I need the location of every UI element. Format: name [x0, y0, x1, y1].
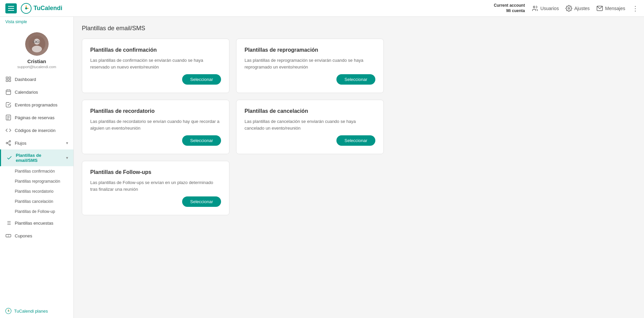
btn-seleccionar-cancelacion[interactable]: Seleccionar [336, 135, 375, 146]
vista-simple[interactable]: Vista simple [0, 17, 73, 27]
usuarios-icon [532, 5, 538, 12]
btn-seleccionar-recordatorio[interactable]: Seleccionar [182, 135, 221, 146]
gear-icon [566, 5, 572, 12]
sidebar-item-cupones[interactable]: Cupones [0, 229, 73, 242]
layout: Vista simple Cristian supp [0, 17, 644, 318]
card-followups: Plantillas de Follow-ups Las plantillas … [82, 161, 229, 215]
avatar-svg [29, 36, 45, 52]
card-recordatorio: Plantillas de recordatorio Las plantilla… [82, 100, 229, 154]
svg-point-7 [32, 46, 42, 52]
card-reprogramacion-desc: Las plantillas de reprogramación se envi… [245, 57, 375, 70]
svg-line-26 [7, 143, 9, 144]
topnav: TuCalendi Current account Mi cuenta Usua… [0, 0, 644, 17]
card-confirmacion-action: Seleccionar [90, 74, 221, 85]
plantillas-chevron: ▾ [66, 155, 68, 160]
svg-rect-13 [6, 80, 8, 82]
planes-logo-icon [5, 308, 11, 314]
ajustes-label: Ajustes [574, 6, 590, 11]
sub-item-followup[interactable]: Plantillas de Follow-up [0, 207, 73, 217]
sidebar-submenu-plantillas: Plantillas confirmación Plantillas repro… [0, 166, 73, 217]
btn-seleccionar-followups[interactable]: Seleccionar [182, 196, 221, 207]
card-recordatorio-action: Seleccionar [90, 135, 221, 146]
svg-point-24 [6, 142, 8, 144]
sidebar-item-calendarios[interactable]: Calendarios [0, 86, 73, 98]
mensajes-nav[interactable]: Mensajes [596, 5, 625, 12]
usuarios-nav[interactable]: Usuarios [532, 5, 559, 12]
flujos-chevron: ▾ [66, 141, 68, 145]
code-icon [5, 127, 11, 133]
card-reprogramacion-title: Plantillas de reprogramación [245, 47, 375, 53]
sidebar-item-codigos-label: Códigos de inserción [15, 128, 55, 133]
svg-rect-19 [6, 115, 11, 120]
sidebar-item-calendarios-label: Calendarios [15, 90, 38, 95]
svg-point-2 [533, 6, 535, 8]
card-followups-title: Plantillas de Follow-ups [90, 169, 221, 175]
sidebar-item-dashboard[interactable]: Dashboard [0, 73, 73, 86]
sidebar-item-encuestas[interactable]: Plantillas encuestas [0, 217, 73, 229]
sidebar-item-paginas[interactable]: Páginas de reservas [0, 111, 73, 124]
hamburger-menu[interactable] [5, 3, 17, 13]
card-cancelacion-desc: Las plantillas de cancelación se enviará… [245, 118, 375, 131]
sidebar-item-eventos[interactable]: Eventos programados [0, 98, 73, 111]
sidebar-item-plantillas-email-label: Plantillas de email/SMS [16, 153, 63, 163]
card-confirmacion-title: Plantillas de confirmación [90, 47, 221, 53]
sidebar-item-flujos[interactable]: Flujos ▾ [0, 137, 73, 149]
card-followups-action: Seleccionar [90, 196, 221, 207]
encuestas-icon [5, 220, 11, 226]
svg-rect-12 [9, 77, 11, 79]
svg-rect-15 [6, 90, 11, 95]
logo-icon [21, 3, 32, 14]
card-confirmacion: Plantillas de confirmación Las plantilla… [82, 39, 229, 93]
btn-seleccionar-reprogramacion[interactable]: Seleccionar [336, 74, 375, 85]
sidebar-profile: Cristian support@tucalendi.com [0, 27, 73, 73]
profile-name: Cristian [28, 58, 46, 64]
sidebar-bottom: TuCalendi planes [0, 304, 73, 318]
svg-point-1 [25, 7, 27, 9]
card-followups-desc: Las plantillas de Follow-ups se envían e… [90, 179, 221, 192]
card-cancelacion-title: Plantillas de cancelación [245, 108, 375, 114]
usuarios-label: Usuarios [540, 6, 559, 11]
sidebar-item-plantillas-email[interactable]: Plantillas de email/SMS ▾ [0, 149, 73, 166]
sidebar-item-dashboard-label: Dashboard [15, 77, 36, 82]
tucalendi-planes[interactable]: TuCalendi planes [5, 308, 68, 314]
btn-seleccionar-confirmacion[interactable]: Seleccionar [182, 74, 221, 85]
check-icon [6, 155, 12, 161]
sidebar-nav: Dashboard Calendarios Eventos programado… [0, 73, 73, 304]
sub-item-recordatorio[interactable]: Plantillas recordatorio [0, 186, 73, 196]
sidebar-item-encuestas-label: Plantillas encuestas [15, 221, 53, 226]
current-account: Current account Mi cuenta [494, 3, 525, 13]
svg-point-3 [568, 7, 570, 9]
sub-item-cancelacion[interactable]: Plantillas cancelación [0, 196, 73, 207]
avatar-image [25, 32, 49, 56]
check-square-icon [5, 102, 11, 108]
profile-email: support@tucalendi.com [17, 65, 56, 69]
svg-point-23 [9, 141, 11, 142]
sidebar-item-paginas-label: Páginas de reservas [15, 115, 55, 120]
cards-grid: Plantillas de confirmación Las plantilla… [82, 39, 384, 215]
sub-item-reprogramacion[interactable]: Plantillas reprogramación [0, 176, 73, 186]
page-title: Plantillas de email/SMS [82, 25, 636, 32]
file-icon [5, 115, 11, 121]
ajustes-nav[interactable]: Ajustes [566, 5, 590, 12]
topnav-left: TuCalendi [5, 3, 62, 14]
sidebar-item-eventos-label: Eventos programados [15, 102, 57, 107]
cupones-icon [5, 233, 11, 239]
svg-point-37 [8, 310, 9, 311]
svg-rect-11 [6, 77, 8, 79]
logo[interactable]: TuCalendi [21, 3, 62, 14]
card-recordatorio-desc: Las plantillas de recordatorio se envían… [90, 118, 221, 131]
avatar [25, 32, 49, 56]
card-cancelacion: Plantillas de cancelación Las plantillas… [236, 100, 384, 154]
more-options[interactable]: ⋮ [632, 4, 639, 12]
sidebar-item-flujos-label: Flujos [15, 141, 26, 146]
sidebar-item-codigos[interactable]: Códigos de inserción [0, 124, 73, 137]
svg-rect-14 [9, 80, 11, 82]
mail-icon [596, 5, 603, 12]
sidebar: Vista simple Cristian supp [0, 17, 74, 318]
svg-line-27 [7, 142, 9, 143]
grid-icon [5, 76, 11, 82]
card-cancelacion-action: Seleccionar [245, 135, 375, 146]
sub-item-confirmacion[interactable]: Plantillas confirmación [0, 166, 73, 176]
flujos-icon [5, 140, 11, 146]
topnav-right: Current account Mi cuenta Usuarios Ajust… [494, 3, 639, 13]
